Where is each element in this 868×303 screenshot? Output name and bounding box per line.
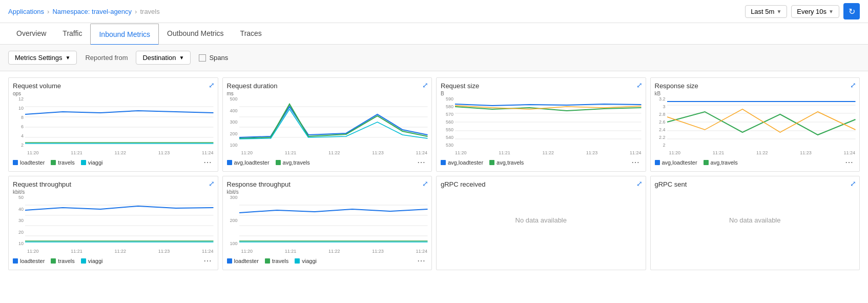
reported-from-label: Reported from	[85, 54, 128, 62]
legend-label: loadtester	[20, 159, 45, 166]
metrics-settings-button[interactable]: Metrics Settings ▼	[8, 51, 77, 65]
tabs-bar: Overview Traffic Inbound Metrics Outboun…	[0, 23, 868, 45]
charts-container: Request volume ops ⤢ 12108642	[0, 71, 868, 280]
y-axis: 5040302010	[13, 195, 25, 246]
chart-legend: loadtester travels viaggi ⋯	[13, 256, 214, 266]
legend-label: travels	[58, 258, 74, 264]
legend-label: avg,loadtester	[234, 159, 270, 166]
legend-color	[276, 160, 281, 165]
legend-item: viaggi	[81, 159, 103, 166]
spans-checkbox-label[interactable]: Spans	[199, 54, 228, 62]
x-axis: 11:2011:2111:2211:2311:24	[13, 150, 214, 155]
expand-button[interactable]: ⤢	[636, 179, 643, 188]
x-axis: 11:2011:2111:2211:2311:24	[227, 249, 428, 254]
expand-button[interactable]: ⤢	[850, 81, 856, 89]
metrics-toolbar: Metrics Settings ▼ Reported from Destina…	[0, 45, 868, 71]
legend-item: avg,travels	[489, 159, 524, 166]
expand-button[interactable]: ⤢	[850, 179, 856, 188]
legend-color	[13, 258, 18, 264]
legend-item: loadtester	[13, 258, 45, 264]
chart-inner: 590580570560550540530	[441, 96, 642, 149]
interval-chevron-icon: ▼	[829, 9, 834, 14]
legend-label: viaggi	[88, 258, 103, 264]
time-range-chevron-icon: ▼	[776, 9, 781, 14]
legend-color	[81, 160, 86, 165]
interval-dropdown[interactable]: Every 10s ▼	[791, 5, 839, 18]
more-options-button[interactable]: ⋯	[201, 256, 214, 266]
chart-request-throughput: Request throughput kbit/s ⤢ 5040302010	[8, 176, 218, 270]
more-options-button[interactable]: ⋯	[201, 157, 214, 167]
svg-area	[667, 96, 856, 149]
svg-area	[455, 96, 642, 149]
legend-item: avg,travels	[704, 159, 738, 166]
expand-button[interactable]: ⤢	[209, 81, 215, 89]
charts-row-1: Request volume ops ⤢ 12108642	[8, 77, 860, 172]
legend-label: avg,loadtester	[448, 159, 483, 166]
legend-item: travels	[265, 258, 288, 264]
chart-legend: loadtester travels viaggi ⋯	[227, 256, 428, 266]
legend-item: travels	[51, 159, 74, 166]
legend-color	[227, 160, 232, 165]
chart-request-volume: Request volume ops ⤢ 12108642	[8, 77, 218, 172]
more-options-button[interactable]: ⋯	[843, 157, 855, 167]
legend-label: viaggi	[88, 159, 103, 166]
chart-title: gRPC received	[441, 180, 642, 188]
legend-label: viaggi	[302, 258, 317, 264]
legend-color	[13, 160, 18, 165]
metrics-settings-label: Metrics Settings	[15, 54, 62, 62]
legend-item: viaggi	[81, 258, 103, 264]
chart-inner: 5040302010	[13, 195, 214, 248]
y-axis: 3.232.82.62.42.22	[655, 96, 667, 148]
chart-unit: kB	[655, 91, 856, 96]
expand-button[interactable]: ⤢	[422, 179, 428, 188]
chart-inner: 3.232.82.62.42.22	[655, 96, 856, 149]
chart-unit: kbit/s	[227, 189, 428, 195]
top-controls: Last 5m ▼ Every 10s ▼ ↻	[745, 3, 860, 19]
tab-overview[interactable]: Overview	[8, 23, 54, 45]
breadcrumb-sep2: ›	[135, 8, 137, 15]
chart-title: Response throughput	[227, 180, 428, 188]
top-bar: Applications › Namespace: travel-agency …	[0, 0, 868, 23]
breadcrumb-applications[interactable]: Applications	[8, 8, 44, 15]
chart-legend: avg,loadtester avg,travels ⋯	[655, 157, 856, 167]
svg-area	[25, 96, 214, 149]
more-options-button[interactable]: ⋯	[415, 256, 427, 266]
legend-label: avg,travels	[497, 159, 524, 166]
legend-label: loadtester	[20, 258, 45, 264]
expand-button[interactable]: ⤢	[209, 179, 215, 188]
legend-item: loadtester	[13, 159, 45, 166]
more-options-button[interactable]: ⋯	[629, 157, 642, 167]
breadcrumb-service: travels	[140, 8, 159, 15]
expand-button[interactable]: ⤢	[636, 81, 643, 89]
more-options-button[interactable]: ⋯	[415, 157, 427, 167]
breadcrumb: Applications › Namespace: travel-agency …	[8, 8, 160, 15]
destination-dropdown[interactable]: Destination ▼	[136, 51, 191, 65]
svg-area	[239, 195, 428, 248]
chart-legend: avg,loadtester avg,travels ⋯	[227, 157, 428, 167]
chart-grpc-received: gRPC received ⤢ No data available	[436, 176, 646, 270]
tab-traffic[interactable]: Traffic	[54, 23, 90, 45]
chart-unit: ops	[13, 91, 214, 96]
legend-color	[81, 258, 86, 264]
legend-label: loadtester	[234, 258, 259, 264]
breadcrumb-namespace[interactable]: Namespace: travel-agency	[52, 8, 132, 15]
chart-legend: loadtester travels viaggi ⋯	[13, 157, 214, 167]
spans-text: Spans	[209, 54, 228, 62]
time-range-value: Last 5m	[751, 8, 774, 15]
tab-traces[interactable]: Traces	[232, 23, 270, 45]
legend-color	[295, 258, 300, 264]
refresh-button[interactable]: ↻	[843, 3, 860, 19]
expand-button[interactable]: ⤢	[422, 81, 428, 89]
chart-request-size: Request size B ⤢ 590580570560550540530	[436, 77, 646, 172]
tab-inbound-metrics[interactable]: Inbound Metrics	[90, 24, 159, 45]
legend-color	[655, 160, 660, 165]
interval-value: Every 10s	[797, 8, 826, 15]
metrics-settings-chevron-icon: ▼	[65, 55, 70, 60]
y-axis: 12108642	[13, 96, 25, 148]
tab-outbound-metrics[interactable]: Outbound Metrics	[159, 23, 232, 45]
time-range-dropdown[interactable]: Last 5m ▼	[745, 5, 787, 18]
legend-label: travels	[58, 159, 74, 166]
spans-checkbox[interactable]	[199, 54, 206, 62]
svg-area	[25, 195, 214, 248]
legend-color	[441, 160, 446, 165]
